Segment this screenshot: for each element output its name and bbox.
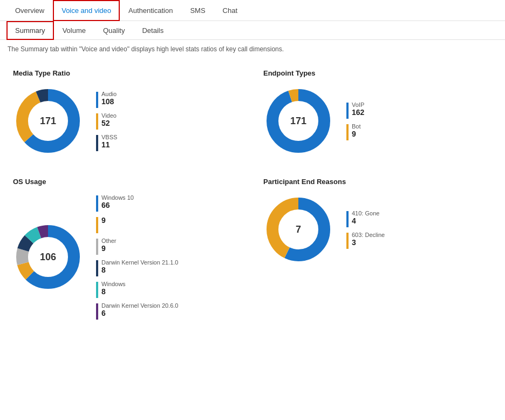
sub-nav-item-details[interactable]: Details: [133, 21, 172, 40]
media-type-ratio-title: Media Type Ratio: [13, 69, 242, 77]
legend-value: 108: [101, 97, 117, 106]
legend-value: 3: [352, 238, 385, 247]
media-type-ratio-total: 171: [40, 116, 56, 127]
legend-value: 11: [101, 140, 117, 149]
os-usage-total: 106: [40, 252, 56, 263]
legend-value: 162: [352, 108, 364, 117]
top-nav-item-sms[interactable]: SMS: [181, 0, 214, 21]
legend-value: 66: [101, 201, 134, 209]
legend-item: Bot 9: [346, 123, 364, 140]
legend-item: Audio 108: [96, 91, 117, 108]
sub-navigation: SummaryVolumeQualityDetails: [0, 21, 505, 40]
legend-color-bar: [96, 239, 98, 255]
top-navigation: OverviewVoice and videoAuthenticationSMS…: [0, 0, 505, 21]
legend-color-bar: [96, 217, 98, 233]
top-nav-item-chat[interactable]: Chat: [214, 0, 246, 21]
legend-item: Windows 10 66: [96, 194, 178, 212]
top-nav-item-voice-and-video[interactable]: Voice and video: [53, 0, 120, 21]
os-usage-section: OS Usage 106 Windows 10 66 9 Other 9: [8, 172, 247, 325]
legend-item: VoIP 162: [346, 101, 364, 119]
legend-name: 410: Gone: [352, 210, 379, 216]
legend-text: VBSS 11: [101, 134, 117, 149]
legend-color-bar: [346, 103, 349, 119]
legend-name: VoIP: [352, 101, 364, 108]
legend-item: VBSS 11: [96, 134, 117, 151]
legend-color-bar: [96, 92, 98, 108]
legend-color-bar: [96, 303, 98, 320]
media-type-ratio-donut: 171: [13, 86, 83, 156]
participant-end-reasons-title: Participant End Reasons: [263, 178, 492, 186]
legend-name: Windows 10: [101, 194, 134, 201]
legend-name: 603: Decline: [352, 232, 385, 238]
description-text: The Summary tab within "Voice and video"…: [0, 40, 505, 58]
legend-text: Darwin Kernel Version 21.1.0 8: [101, 259, 178, 274]
legend-value: 52: [101, 119, 117, 127]
top-nav-item-authentication[interactable]: Authentication: [120, 0, 181, 21]
legend-color-bar: [346, 233, 349, 249]
legend-name: Other: [101, 238, 117, 244]
legend-color-bar: [96, 113, 98, 130]
endpoint-types-title: Endpoint Types: [263, 69, 492, 77]
sub-nav-item-volume[interactable]: Volume: [54, 21, 94, 40]
legend-text: 603: Decline 3: [352, 232, 385, 247]
legend-item: Darwin Kernel Version 21.1.0 8: [96, 259, 178, 276]
participant-end-reasons-total: 7: [296, 224, 301, 235]
legend-name: Darwin Kernel Version 20.6.0: [101, 302, 178, 309]
legend-name: VBSS: [101, 134, 117, 140]
legend-item: 603: Decline 3: [346, 232, 385, 249]
sub-nav-item-summary[interactable]: Summary: [6, 21, 54, 40]
legend-color-bar: [346, 211, 349, 227]
endpoint-types-donut: 171: [263, 86, 333, 156]
legend-value: 9: [101, 216, 106, 225]
legend-text: Darwin Kernel Version 20.6.0 6: [101, 302, 178, 317]
endpoint-types-content: 171 VoIP 162 Bot 9: [263, 86, 492, 156]
legend-text: Windows 8: [101, 281, 126, 296]
charts-grid: Media Type Ratio 171 Audio 108 Video 52 …: [0, 58, 505, 330]
legend-text: VoIP 162: [352, 101, 364, 117]
legend-color-bar: [96, 195, 98, 212]
legend-item: 410: Gone 4: [346, 210, 385, 227]
media-type-ratio-legend: Audio 108 Video 52 VBSS 11: [96, 91, 117, 151]
media-type-ratio-content: 171 Audio 108 Video 52 VBSS 11: [13, 86, 242, 156]
legend-name: Windows: [101, 281, 126, 287]
legend-item: Other 9: [96, 238, 178, 255]
os-usage-title: OS Usage: [13, 178, 242, 186]
legend-value: 4: [352, 216, 379, 225]
legend-text: Windows 10 66: [101, 194, 134, 209]
legend-value: 8: [101, 266, 178, 274]
endpoint-types-section: Endpoint Types 171 VoIP 162 Bot 9: [258, 64, 497, 161]
participant-end-reasons-legend: 410: Gone 4 603: Decline 3: [346, 210, 385, 249]
legend-name: Darwin Kernel Version 21.1.0: [101, 259, 178, 266]
legend-text: Bot 9: [352, 123, 361, 138]
endpoint-types-legend: VoIP 162 Bot 9: [346, 101, 364, 140]
legend-value: 9: [101, 244, 117, 253]
legend-color-bar: [96, 135, 98, 151]
os-usage-donut: 106: [13, 222, 83, 292]
os-usage-content: 106 Windows 10 66 9 Other 9 Darwin Ke: [13, 194, 242, 320]
top-nav-item-overview[interactable]: Overview: [6, 0, 53, 21]
legend-value: 9: [352, 130, 361, 138]
legend-text: Other 9: [101, 238, 117, 253]
legend-text: Audio 108: [101, 91, 117, 106]
participant-end-reasons-content: 7 410: Gone 4 603: Decline 3: [263, 194, 492, 265]
legend-text: Video 52: [101, 112, 117, 127]
sub-nav-item-quality[interactable]: Quality: [94, 21, 133, 40]
legend-color-bar: [96, 260, 98, 276]
legend-name: Audio: [101, 91, 117, 97]
media-type-ratio-section: Media Type Ratio 171 Audio 108 Video 52 …: [8, 64, 247, 161]
legend-item: 9: [96, 216, 178, 233]
participant-end-reasons-section: Participant End Reasons 7 410: Gone 4 60…: [258, 172, 497, 325]
legend-color-bar: [346, 124, 349, 140]
legend-text: 410: Gone 4: [352, 210, 379, 225]
legend-name: Bot: [352, 123, 361, 130]
endpoint-types-total: 171: [290, 116, 306, 127]
legend-text: 9: [101, 216, 106, 225]
legend-value: 6: [101, 309, 178, 317]
os-usage-legend: Windows 10 66 9 Other 9 Darwin Kernel Ve…: [96, 194, 178, 320]
legend-value: 8: [101, 287, 126, 296]
legend-color-bar: [96, 282, 98, 298]
legend-name: Video: [101, 112, 117, 119]
legend-item: Video 52: [96, 112, 117, 130]
participant-end-reasons-donut: 7: [263, 194, 333, 265]
legend-item: Windows 8: [96, 281, 178, 298]
